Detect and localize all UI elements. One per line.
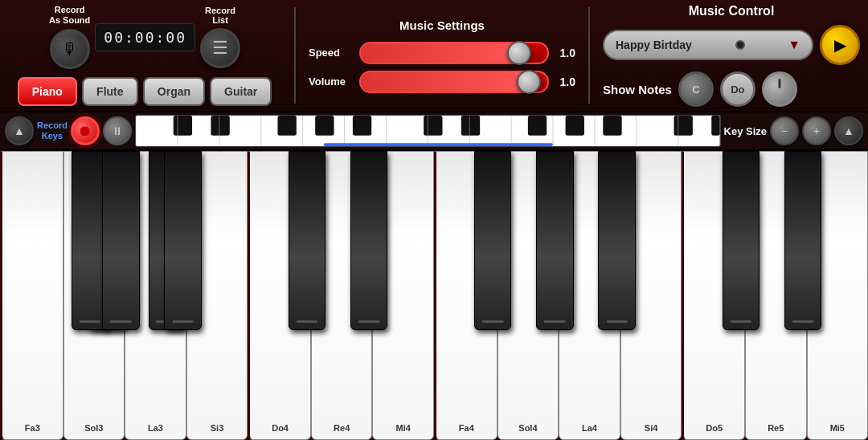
svg-rect-26 bbox=[323, 143, 552, 146]
pause-icon: ⏸ bbox=[112, 124, 123, 137]
key-label-do4: Do4 bbox=[272, 423, 289, 433]
divider1 bbox=[294, 7, 296, 104]
mini-piano-strip bbox=[135, 115, 721, 147]
show-notes-row: Show Notes C Do bbox=[603, 71, 860, 107]
mini-piano-svg bbox=[136, 116, 720, 146]
pause-button[interactable]: ⏸ bbox=[103, 116, 132, 145]
instrument-row: Piano Flute Organ Guitar bbox=[18, 77, 272, 106]
svg-rect-3 bbox=[277, 116, 296, 136]
key-label-mi4: Mi4 bbox=[396, 423, 411, 433]
white-key-fa3[interactable]: Fa3 bbox=[0, 151, 63, 440]
flute-button[interactable]: Flute bbox=[82, 77, 138, 106]
note-c-label: C bbox=[692, 84, 699, 96]
key-label-sol3: Sol3 bbox=[84, 423, 103, 433]
volume-label: Volume bbox=[309, 75, 353, 88]
key-label-re5: Re5 bbox=[768, 423, 784, 433]
black-key-gsharp4[interactable] bbox=[536, 151, 573, 330]
key-size-plus-button[interactable]: + bbox=[802, 116, 831, 145]
record-sound-button[interactable] bbox=[50, 29, 90, 69]
record-as-sound-label: Record As Sound bbox=[49, 5, 90, 26]
nav-right-button[interactable]: ▲ bbox=[834, 116, 863, 145]
dropdown-arrow-icon: ▼ bbox=[788, 38, 800, 52]
song-dropdown[interactable]: Happy Birtday ▼ bbox=[603, 30, 813, 60]
black-key-asharp4[interactable] bbox=[598, 151, 635, 330]
svg-rect-9 bbox=[565, 116, 583, 136]
play-button[interactable]: ▶ bbox=[820, 25, 860, 65]
speed-row: Speed 1.0 bbox=[309, 42, 575, 64]
music-settings: Music Settings Speed 1.0 Volume 1.0 bbox=[309, 18, 575, 93]
nav-left-button[interactable]: ▲ bbox=[5, 116, 34, 145]
play-icon: ▶ bbox=[834, 35, 846, 55]
key-label-la3: La3 bbox=[148, 423, 163, 433]
black-key-dsharp4[interactable] bbox=[350, 151, 387, 330]
black-key-gsharp3[interactable] bbox=[102, 151, 139, 330]
note-c-button[interactable]: C bbox=[678, 71, 714, 107]
key-label-sol4: Sol4 bbox=[518, 423, 537, 433]
record-row1: Record As Sound 00:00:00 Record List bbox=[49, 5, 240, 69]
notes-knob[interactable] bbox=[762, 71, 797, 107]
record-button[interactable] bbox=[71, 116, 100, 145]
svg-rect-7 bbox=[461, 116, 480, 136]
show-notes-label: Show Notes bbox=[603, 83, 672, 96]
volume-row: Volume 1.0 bbox=[309, 71, 575, 93]
note-do-button[interactable]: Do bbox=[720, 71, 755, 107]
top-bar: Record As Sound 00:00:00 Record List Pia… bbox=[0, 0, 868, 112]
speed-label: Speed bbox=[309, 47, 353, 59]
key-label-fa4: Fa4 bbox=[459, 423, 474, 433]
music-settings-title: Music Settings bbox=[309, 18, 575, 32]
key-label-si3: Si3 bbox=[211, 423, 224, 433]
record-section: Record As Sound 00:00:00 Record List Pia… bbox=[8, 5, 281, 106]
speed-slider[interactable] bbox=[359, 42, 549, 64]
volume-slider[interactable] bbox=[359, 71, 549, 93]
speed-value: 1.0 bbox=[555, 47, 575, 59]
key-size-label: Key Size bbox=[724, 125, 767, 137]
organ-button[interactable]: Organ bbox=[143, 77, 205, 106]
svg-rect-5 bbox=[353, 116, 371, 136]
piano-button[interactable]: Piano bbox=[18, 77, 77, 106]
song-dot bbox=[735, 40, 745, 50]
key-label-mi5: Mi5 bbox=[830, 423, 845, 433]
black-key-csharp4[interactable] bbox=[289, 151, 326, 330]
svg-rect-10 bbox=[603, 116, 621, 136]
svg-rect-6 bbox=[424, 116, 442, 136]
volume-thumb[interactable] bbox=[517, 70, 541, 94]
music-control: Music Control Happy Birtday ▼ ▶ Show Not… bbox=[603, 4, 860, 107]
black-key-fsharp4[interactable] bbox=[474, 151, 511, 330]
minus-icon: − bbox=[781, 124, 788, 137]
key-label-re4: Re4 bbox=[334, 423, 350, 433]
record-list-button[interactable] bbox=[200, 28, 240, 68]
piano-bar: ▲ Record Keys ⏸ bbox=[0, 112, 868, 151]
svg-rect-4 bbox=[315, 116, 334, 136]
key-label-fa3: Fa3 bbox=[25, 423, 40, 433]
plus-icon: + bbox=[813, 124, 820, 137]
record-list-label: Record List bbox=[205, 6, 235, 25]
svg-rect-12 bbox=[711, 116, 719, 136]
black-key-asharp3[interactable] bbox=[164, 151, 201, 330]
guitar-button[interactable]: Guitar bbox=[210, 77, 272, 106]
timer-display: 00:00:00 bbox=[95, 23, 195, 51]
speed-thumb[interactable] bbox=[507, 41, 531, 65]
key-label-la4: La4 bbox=[582, 423, 597, 433]
svg-rect-2 bbox=[211, 116, 229, 136]
key-size-minus-button[interactable]: − bbox=[770, 116, 799, 145]
black-key-dsharp5[interactable] bbox=[784, 151, 821, 330]
note-do-label: Do bbox=[731, 84, 744, 96]
divider2 bbox=[588, 7, 590, 104]
key-label-si4: Si4 bbox=[645, 423, 658, 433]
song-name: Happy Birtday bbox=[616, 39, 692, 51]
volume-value: 1.0 bbox=[555, 75, 575, 88]
piano-main: Fa3 Sol3 La3 Si3 Do4 Re4 Mi4 Fa4 Sol4 La… bbox=[0, 151, 868, 440]
svg-rect-11 bbox=[674, 116, 692, 136]
key-label-do5: Do5 bbox=[706, 423, 723, 433]
svg-rect-1 bbox=[174, 116, 192, 136]
black-key-csharp5[interactable] bbox=[723, 151, 760, 330]
svg-rect-8 bbox=[528, 116, 547, 136]
record-keys-label: Record Keys bbox=[37, 120, 68, 141]
song-selector-row: Happy Birtday ▼ ▶ bbox=[603, 25, 860, 65]
music-control-title: Music Control bbox=[603, 4, 860, 18]
